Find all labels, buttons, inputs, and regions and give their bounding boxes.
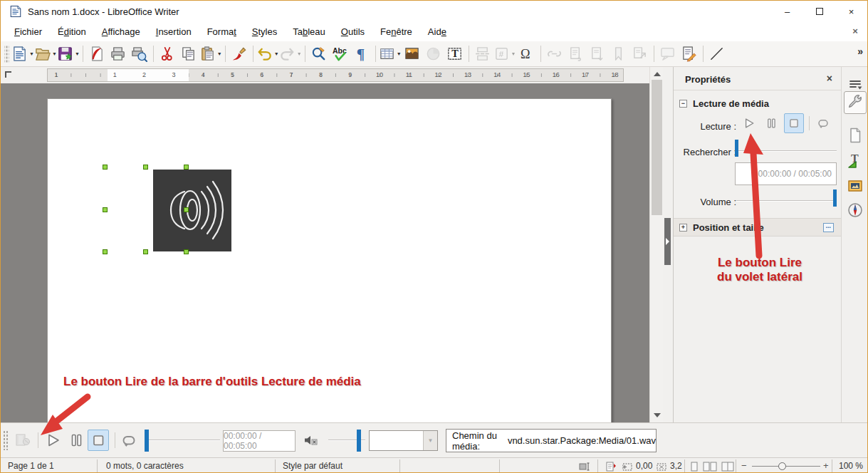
toolbar-insert-table-button[interactable]: ▼ [379,43,402,65]
selection-handle[interactable] [103,249,108,254]
page-style[interactable]: Style par défaut [283,461,343,471]
scroll-up-icon[interactable] [654,72,661,76]
toolbar-print-button[interactable] [108,43,129,65]
media-play-button[interactable] [41,430,63,451]
menu-tableau[interactable]: Tableau [285,24,333,40]
menu-fenetre[interactable]: Fenêtre [372,24,420,40]
zoom-level[interactable]: 100 % [839,461,863,471]
mute-button[interactable] [300,430,322,451]
toolbar-undo-button[interactable]: ▼ [256,43,279,65]
toolbar-insert-field-button[interactable]: #▼ [493,43,516,65]
toolbar-insert-comment-button[interactable] [657,43,679,65]
multi-page-view-icon[interactable] [703,462,717,473]
toolbar-insert-footnote-button[interactable] [565,43,587,65]
chevron-down-icon[interactable]: ▼ [29,51,34,56]
toolbar-track-changes-button[interactable] [679,43,700,65]
document-page[interactable] [47,98,612,422]
media-pause-button[interactable] [66,430,87,451]
toolbar-spelling-button[interactable]: Abc [330,43,351,65]
close-button[interactable]: × [835,1,867,22]
scroll-down-icon[interactable] [654,413,661,417]
toolbar-insert-bookmark-button[interactable] [608,43,629,65]
toolbar-new-document-button[interactable]: ▼ [11,43,34,65]
toolbar-paste-button[interactable]: ▼ [199,43,222,65]
toolbar-save-button[interactable]: ▼ [57,43,80,65]
menu-affichage[interactable]: Affichage [94,24,148,40]
zoom-slider-track[interactable] [752,466,820,467]
chevron-down-icon[interactable]: ▼ [52,51,57,56]
word-count[interactable]: 0 mots, 0 caractères [106,461,184,471]
page-count[interactable]: Page 1 de 1 [8,461,54,471]
sidebar-loop-button[interactable] [814,114,832,132]
volume-slider-track[interactable] [736,200,833,202]
menu-edition[interactable]: Édition [50,24,94,40]
audio-media-object[interactable] [153,170,231,251]
sidebar-play-button[interactable] [739,114,758,132]
toolbar-insert-special-character-button[interactable]: Ω [516,43,538,65]
chevron-down-icon[interactable]: ▼ [217,51,222,56]
sidebar-splitter[interactable] [663,67,673,422]
toolbar-open-button[interactable]: ▼ [34,43,57,65]
track-changes-icon[interactable] [606,462,617,473]
expand-icon[interactable]: + [679,224,687,232]
volume-slider-thumb[interactable] [833,189,837,207]
sidebar-tab-page[interactable] [844,124,867,147]
toolbar-find-replace-button[interactable] [308,43,330,65]
media-seek-track[interactable] [149,440,220,441]
chevron-down-icon[interactable]: ▼ [511,51,516,56]
toolbar-insert-line-button[interactable] [706,43,728,65]
vertical-scrollbar[interactable] [649,67,663,422]
selection-handle[interactable] [143,165,148,170]
selection-handle[interactable] [143,249,148,254]
seek-slider-thumb[interactable] [735,140,738,157]
sidebar-hide-handle[interactable] [664,218,671,265]
toolbar-cut-button[interactable] [157,43,178,65]
menu-aide[interactable]: Aide [420,24,454,40]
book-view-icon[interactable] [721,462,734,473]
toolbar-grip[interactable] [4,46,9,63]
toolbar-formatting-marks-button[interactable]: ¶ [351,43,372,65]
toolbar-overflow-icon[interactable]: » [857,46,863,57]
maximize-button[interactable] [803,1,835,22]
document-canvas[interactable] [1,83,649,422]
toolbar-export-pdf-button[interactable] [86,43,108,65]
chevron-down-icon[interactable]: ▼ [397,51,402,56]
sidebar-pause-button[interactable] [762,114,780,132]
document-close-icon[interactable]: × [849,25,862,38]
selection-handle[interactable] [103,207,108,212]
selection-handle[interactable] [184,165,189,170]
toolbar-insert-page-break-button[interactable] [472,43,493,65]
media-stop-button[interactable] [88,430,109,451]
dialog-launcher-icon[interactable]: ⋯ [823,223,834,232]
seek-slider-track[interactable] [736,150,837,152]
sidebar-close-icon[interactable]: × [827,73,832,84]
toolbar-insert-image-button[interactable] [402,43,423,65]
media-loop-button[interactable] [118,430,140,451]
toolbar-insert-chart-button[interactable] [423,43,444,65]
menu-styles[interactable]: Styles [244,24,285,40]
menu-outils[interactable]: Outils [333,24,372,40]
toolbar-insert-hyperlink-button[interactable] [544,43,565,65]
toolbar-insert-text-box-button[interactable]: T [444,43,466,65]
volume-thumb[interactable] [357,430,361,452]
media-zoom-combobox[interactable]: ▼ [369,430,438,451]
single-page-view-icon[interactable] [690,462,699,473]
scrollbar-thumb[interactable] [652,80,662,215]
minimize-button[interactable]: – [771,1,803,22]
menu-fichier[interactable]: Fichier [6,24,50,40]
sidebar-tab-navigator[interactable] [844,199,867,222]
zoom-slider-thumb[interactable] [778,462,786,470]
toolbar-clone-formatting-button[interactable] [229,43,250,65]
zoom-out-icon[interactable]: − [741,460,747,471]
toolbar-insert-cross-reference-button[interactable] [629,43,651,65]
sidebar-tab-styles[interactable]: T [844,149,867,172]
chevron-down-icon[interactable]: ▼ [297,51,302,56]
toolbar-insert-endnote-button[interactable] [587,43,608,65]
chevron-down-icon[interactable]: ▼ [75,51,80,56]
selection-handle[interactable] [103,165,108,170]
horizontal-ruler[interactable]: 1123456789101112131415161718 [47,68,624,82]
selection-mode-icon[interactable] [579,462,590,473]
selection-handle[interactable] [184,249,189,254]
toolbar-copy-button[interactable] [178,43,199,65]
zoom-in-icon[interactable]: + [823,460,829,471]
